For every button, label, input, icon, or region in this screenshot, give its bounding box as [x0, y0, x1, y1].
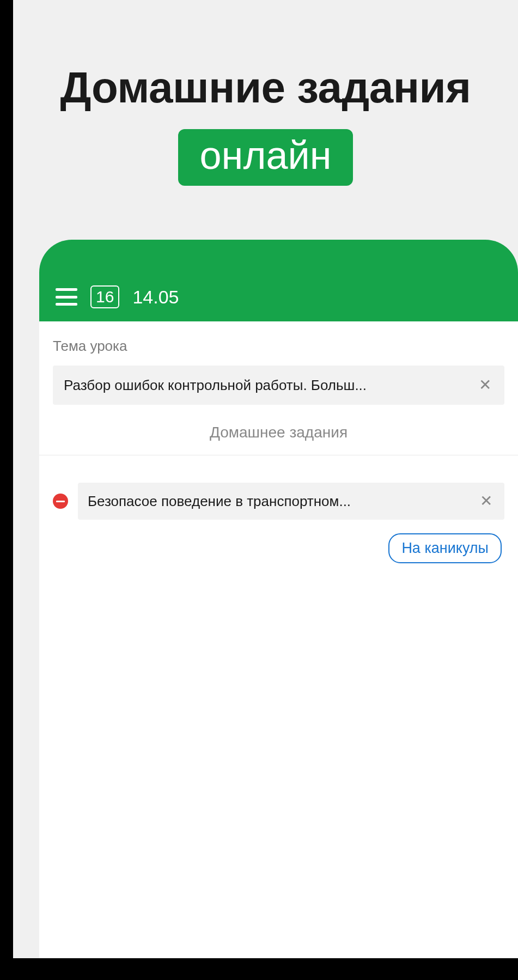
holiday-button[interactable]: На каникулы	[388, 533, 502, 563]
app-header: 16 14.05	[39, 240, 518, 321]
homework-chip-text: Безопасое поведение в транспортном...	[88, 493, 470, 510]
homework-chip[interactable]: Безопасое поведение в транспортном... ✕	[78, 483, 504, 520]
topic-section-label: Тема урока	[53, 338, 504, 355]
menu-icon[interactable]	[56, 288, 77, 306]
promo-badge: онлайн	[178, 129, 354, 186]
homework-row: Безопасое поведение в транспортном... ✕	[53, 483, 504, 520]
topic-chip-text: Разбор ошибок контрольной работы. Больш.…	[64, 377, 468, 394]
close-icon[interactable]: ✕	[477, 375, 493, 395]
day-box[interactable]: 16	[90, 285, 119, 308]
content-panel: Тема урока Разбор ошибок контрольной раб…	[39, 321, 518, 958]
black-footer	[0, 958, 518, 980]
date-label: 14.05	[132, 287, 179, 308]
close-icon[interactable]: ✕	[478, 491, 495, 511]
black-sidebar	[0, 0, 13, 980]
no-entry-icon	[53, 494, 68, 509]
topic-chip[interactable]: Разбор ошибок контрольной работы. Больш.…	[53, 366, 504, 405]
divider	[39, 455, 518, 455]
phone-frame: 16 14.05 Тема урока Разбор ошибок контро…	[39, 240, 518, 958]
promo-area: Домашние задания онлайн	[0, 0, 518, 186]
promo-title: Домашние задания	[13, 63, 518, 113]
homework-section-label: Домашнее задания	[53, 424, 504, 455]
